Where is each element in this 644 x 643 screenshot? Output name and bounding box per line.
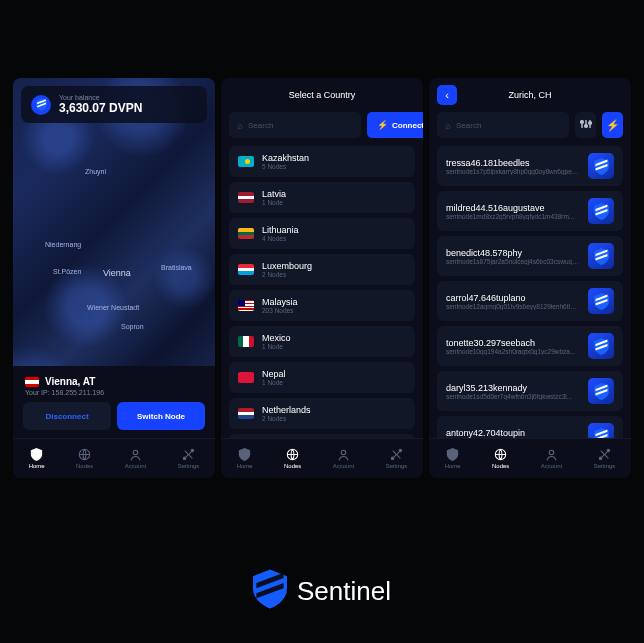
flag-nl-icon: [238, 408, 254, 419]
search-field[interactable]: ⌕: [229, 112, 361, 138]
tab-settings[interactable]: Settings: [594, 448, 616, 469]
disconnect-button[interactable]: Disconnect: [23, 402, 111, 430]
node-count: 1 Node: [262, 343, 406, 350]
country-row[interactable]: Luxembourg2 Nodes: [229, 254, 415, 285]
svg-point-5: [341, 450, 346, 455]
tab-label: Account: [541, 463, 563, 469]
home-icon: [30, 448, 43, 461]
node-name: mildred44.516augustave: [446, 203, 580, 213]
node-row[interactable]: daryl35.213kennadysentnode1sd5d0er7q4wfn…: [437, 371, 623, 411]
tab-settings[interactable]: Settings: [178, 448, 200, 469]
search-input[interactable]: [456, 121, 561, 130]
header: Select a Country: [221, 78, 423, 112]
flag-lv-icon: [238, 192, 254, 203]
country-name: Netherlands: [262, 405, 406, 415]
svg-point-12: [549, 450, 554, 455]
country-name: Latvia: [262, 189, 406, 199]
search-field[interactable]: ⌕: [437, 112, 569, 138]
svg-point-9: [584, 125, 587, 128]
sliders-icon: [580, 118, 592, 132]
home-icon: [238, 448, 251, 461]
back-button[interactable]: ‹: [437, 85, 457, 105]
tab-label: Account: [125, 463, 147, 469]
svg-point-3: [191, 449, 194, 452]
node-address: sentnode1sd5d0er7q4wfn6n3j6fgkwstzc3l...: [446, 393, 580, 400]
tab-bar: HomeNodesAccountSettings: [13, 438, 215, 478]
switch-node-button[interactable]: Switch Node: [117, 402, 205, 430]
select-node-button[interactable]: [588, 198, 614, 224]
svg-point-8: [580, 121, 583, 124]
tab-account[interactable]: Account: [541, 448, 563, 469]
svg-point-13: [599, 457, 602, 460]
node-name: antony42.704toupin: [446, 428, 580, 438]
map-city-label: Vienna: [103, 268, 131, 278]
tab-nodes[interactable]: Nodes: [284, 448, 301, 469]
country-name: Kazakhstan: [262, 153, 406, 163]
nodes-icon: [286, 448, 299, 461]
search-icon: ⌕: [445, 120, 451, 131]
tab-bar: HomeNodesAccountSettings: [429, 438, 631, 478]
node-address: sentnode12aqmq0g01tv9s6eyy8129lenh6tl8d8…: [446, 303, 580, 310]
country-row[interactable]: Malaysia203 Nodes: [229, 290, 415, 321]
node-row[interactable]: benedict48.578physentnode1s875jar2a5nolc…: [437, 236, 623, 276]
country-row[interactable]: Mexico1 Node: [229, 326, 415, 357]
tab-settings[interactable]: Settings: [386, 448, 408, 469]
select-node-button[interactable]: [588, 378, 614, 404]
tab-label: Account: [333, 463, 355, 469]
filter-button[interactable]: [575, 112, 596, 138]
tab-nodes[interactable]: Nodes: [492, 448, 509, 469]
node-row[interactable]: mildred44.516augustavesentnode1md8xz2g5r…: [437, 191, 623, 231]
flag-lu-icon: [238, 264, 254, 275]
node-count: 4 Nodes: [262, 235, 406, 242]
node-row[interactable]: tressa46.181beedlessentnode1s7p5lpxkarry…: [437, 146, 623, 186]
svg-point-1: [133, 450, 138, 455]
node-row[interactable]: tonette30.297seebachsentnode10gq194a2sh0…: [437, 326, 623, 366]
country-name: Luxembourg: [262, 261, 406, 271]
country-row[interactable]: Netherlands2 Nodes: [229, 398, 415, 429]
flag-mx-icon: [238, 336, 254, 347]
connect-button[interactable]: ⚡ Connect: [367, 112, 423, 138]
svg-point-6: [391, 457, 394, 460]
country-row[interactable]: Lithuania4 Nodes: [229, 218, 415, 249]
country-name: Nepal: [262, 369, 406, 379]
settings-icon: [598, 448, 611, 461]
search-input[interactable]: [248, 121, 353, 130]
country-name: Lithuania: [262, 225, 406, 235]
search-icon: ⌕: [237, 120, 243, 131]
country-row[interactable]: Latvia1 Node: [229, 182, 415, 213]
page-title: Select a Country: [289, 90, 356, 100]
tab-label: Settings: [594, 463, 616, 469]
tab-label: Nodes: [76, 463, 93, 469]
map-city-label: Niedernang: [45, 241, 81, 248]
quick-connect-button[interactable]: ⚡: [602, 112, 623, 138]
select-node-button[interactable]: [588, 333, 614, 359]
tab-account[interactable]: Account: [125, 448, 147, 469]
country-list: Kazakhstan5 NodesLatvia1 NodeLithuania4 …: [221, 146, 423, 438]
node-name: daryl35.213kennady: [446, 383, 580, 393]
balance-card[interactable]: Your balance 3,630.07 DVPN: [21, 86, 207, 123]
tab-label: Home: [445, 463, 461, 469]
tab-home[interactable]: Home: [445, 448, 461, 469]
map-city-label: St.Pözen: [53, 268, 81, 275]
tab-nodes[interactable]: Nodes: [76, 448, 93, 469]
node-count: 203 Nodes: [262, 307, 406, 314]
header: ‹ Zurich, CH: [429, 78, 631, 112]
node-row[interactable]: carrol47.646tuplanosentnode12aqmq0g01tv9…: [437, 281, 623, 321]
select-node-button[interactable]: [588, 288, 614, 314]
tab-account[interactable]: Account: [333, 448, 355, 469]
brand-footer: Sentinel: [0, 569, 644, 613]
select-node-button[interactable]: [588, 423, 614, 438]
node-row[interactable]: antony42.704toupinsentnode1y2pacqn8ka2w2…: [437, 416, 623, 438]
select-node-button[interactable]: [588, 153, 614, 179]
chevron-left-icon: ‹: [445, 89, 449, 101]
country-row[interactable]: Nepal1 Node: [229, 362, 415, 393]
node-count: 2 Nodes: [262, 415, 406, 422]
tab-home[interactable]: Home: [29, 448, 45, 469]
node-name: tonette30.297seebach: [446, 338, 580, 348]
tab-home[interactable]: Home: [237, 448, 253, 469]
select-node-button[interactable]: [588, 243, 614, 269]
map-city-label: Sopron: [121, 323, 144, 330]
country-row[interactable]: Kazakhstan5 Nodes: [229, 146, 415, 177]
node-address: sentnode1s875jar2a5nolceqj4s6bc03cswuqde…: [446, 258, 580, 265]
page-title: Zurich, CH: [508, 90, 551, 100]
